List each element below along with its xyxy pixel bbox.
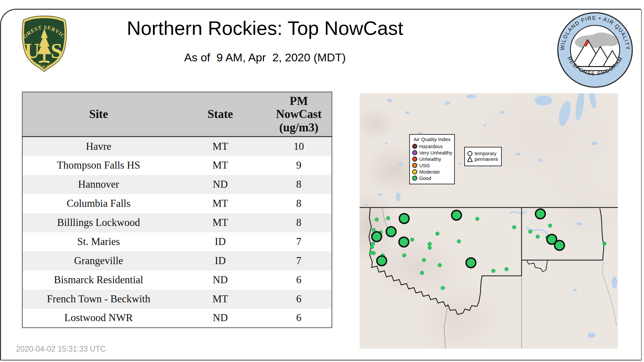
state-cell: MT (174, 290, 266, 309)
monitor-marker-small (422, 258, 426, 262)
table-row: Columbia FallsMT8 (22, 194, 332, 213)
large-markers-layer (372, 209, 565, 268)
monitor-marker-large (372, 232, 382, 242)
secondary-borders-layer (382, 207, 616, 349)
monitor-marker-large (536, 209, 545, 219)
aqi-legend-label: Unhealthy (419, 157, 441, 162)
monitor-marker-small (492, 269, 495, 273)
state-cell: MT (174, 137, 266, 156)
monitor-marker-large (466, 258, 476, 268)
monitor-marker-large (377, 256, 387, 266)
aqi-legend-item: Very Unhealthy (412, 149, 452, 156)
aqi-dot-icon (412, 144, 417, 149)
site-cell: French Town - Beckwith (22, 290, 174, 309)
monitor-marker-small (370, 245, 374, 249)
site-cell: Grangeville (22, 251, 174, 270)
aqi-legend: Air Quality Index HazardousVery Unhealth… (409, 134, 455, 184)
forest-service-logo-icon: FOREST SERVICE U S DEPARTMENT OF AGRICUL… (19, 13, 69, 73)
aqi-dot-icon (412, 163, 417, 168)
column-header-state: State (174, 92, 266, 137)
aqi-legend-title: Air Quality Index (412, 136, 452, 142)
aqi-legend-item: USG (412, 162, 452, 169)
aqi-legend-label: Very Unhealthy (419, 150, 452, 156)
monitor-marker-small (457, 240, 461, 243)
value-cell: 6 (266, 309, 332, 328)
aqi-legend-label: Hazardous (419, 144, 443, 149)
state-cell: MT (174, 194, 266, 213)
generated-timestamp: 2020-04-02 15:31:33 UTC (16, 345, 106, 354)
column-header-pm-nowcast: PM NowCast (ug/m3) (266, 92, 332, 137)
monitor-marker-small (548, 224, 552, 228)
monitor-marker-small (372, 251, 376, 255)
nowcast-table: Site State PM NowCast (ug/m3) HavreMT10T… (22, 92, 332, 328)
column-header-pm-nowcast-text: PM NowCast (ug/m3) (270, 95, 327, 134)
table-row: Thompson Falls HSMT9 (22, 156, 332, 175)
monitor-marker-small (529, 230, 532, 234)
monitor-marker-small (441, 286, 445, 290)
state-cell: ND (174, 175, 266, 194)
monitor-marker-small (375, 218, 379, 222)
site-cell: Havre (22, 137, 174, 156)
aqi-legend-label: Moderate (419, 169, 440, 175)
monitor-marker-large (452, 210, 462, 220)
column-header-site: Site (22, 92, 174, 137)
aqi-legend-label: USG (419, 163, 430, 168)
aqi-dot-icon (412, 176, 417, 181)
monitor-marker-large (399, 214, 409, 224)
monitor-marker-large (386, 227, 396, 237)
monitor-marker-small (420, 271, 424, 275)
value-cell: 9 (266, 156, 332, 175)
table-row: GrangevilleID7 (22, 251, 332, 270)
state-cell: ND (174, 270, 266, 290)
table-row: French Town - BeckwithMT6 (22, 290, 332, 309)
value-cell: 6 (266, 290, 332, 309)
monitor-marker-large (399, 237, 409, 247)
table-header-row: Site State PM NowCast (ug/m3) (22, 92, 332, 137)
monitor-marker-small (371, 242, 375, 246)
aqi-legend-item: Moderate (412, 169, 452, 175)
page-title: Northern Rockies: Top NowCast (101, 17, 429, 39)
table-row: Billlings LockwoodMT8 (22, 213, 332, 232)
monitor-marker-small (428, 246, 432, 250)
marker-type-icons (467, 150, 473, 163)
aqi-legend-item: Unhealthy (412, 156, 452, 162)
table-row: St. MariesID7 (22, 232, 332, 251)
monitor-marker-small (372, 228, 376, 232)
value-cell: 8 (266, 213, 332, 232)
site-cell: Columbia Falls (22, 194, 174, 213)
monitor-marker-small (428, 242, 432, 246)
aqi-legend-items: HazardousVery UnhealthyUnhealthyUSGModer… (412, 143, 452, 181)
value-cell: 6 (266, 270, 332, 290)
site-cell: Lostwood NWR (22, 309, 174, 328)
state-cell: MT (174, 156, 266, 175)
monitor-marker-small (386, 217, 390, 220)
monitor-marker-small (438, 263, 442, 267)
temporary-circle-icon (468, 152, 472, 156)
value-cell: 7 (266, 232, 332, 251)
state-cell: ID (174, 251, 266, 270)
map-canvas (360, 93, 618, 349)
temporary-label: temporary (475, 151, 498, 157)
aqi-dot-icon (412, 157, 417, 162)
monitor-marker-small (536, 235, 540, 239)
table-row: HavreMT10 (22, 137, 332, 156)
monitor-marker-small (402, 254, 406, 257)
aqi-legend-item: Hazardous (412, 143, 452, 149)
state-cell: MT (174, 213, 266, 232)
monitor-marker-small (513, 226, 516, 229)
wfaqrp-logo-icon: WILDLAND FIRE • AIR QUALITY RESPONSE PRO… (555, 10, 635, 90)
table-row: Lostwood NWRND6 (22, 309, 332, 328)
monitor-marker-small (436, 232, 439, 236)
site-cell: St. Maries (22, 232, 174, 251)
permanent-label: permanent (475, 157, 498, 162)
monitor-marker-large (555, 241, 565, 250)
aqi-dot-icon (412, 169, 417, 174)
nowcast-table-body: HavreMT10Thompson Falls HSMT9HannoverND8… (22, 137, 332, 328)
value-cell: 8 (266, 175, 332, 194)
page-subtitle: As of 9 AM, Apr 2, 2020 (MDT) (101, 51, 429, 64)
monitor-map: Air Quality Index HazardousVery Unhealth… (360, 93, 618, 349)
marker-type-legend: temporary permanent (464, 147, 502, 166)
site-cell: Hannover (22, 175, 174, 194)
site-cell: Thompson Falls HS (22, 156, 174, 175)
aqi-legend-item: Good (412, 175, 452, 181)
